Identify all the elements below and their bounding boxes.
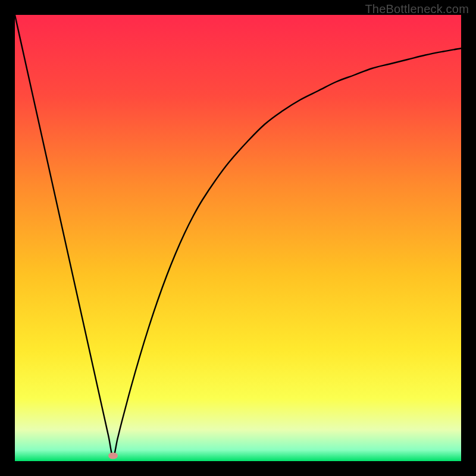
credit-text: TheBottleneck.com — [365, 2, 469, 16]
optimum-marker — [108, 453, 118, 459]
bottleneck-curve — [15, 15, 461, 461]
chart-frame: TheBottleneck.com — [0, 0, 476, 476]
plot-area — [15, 15, 461, 461]
